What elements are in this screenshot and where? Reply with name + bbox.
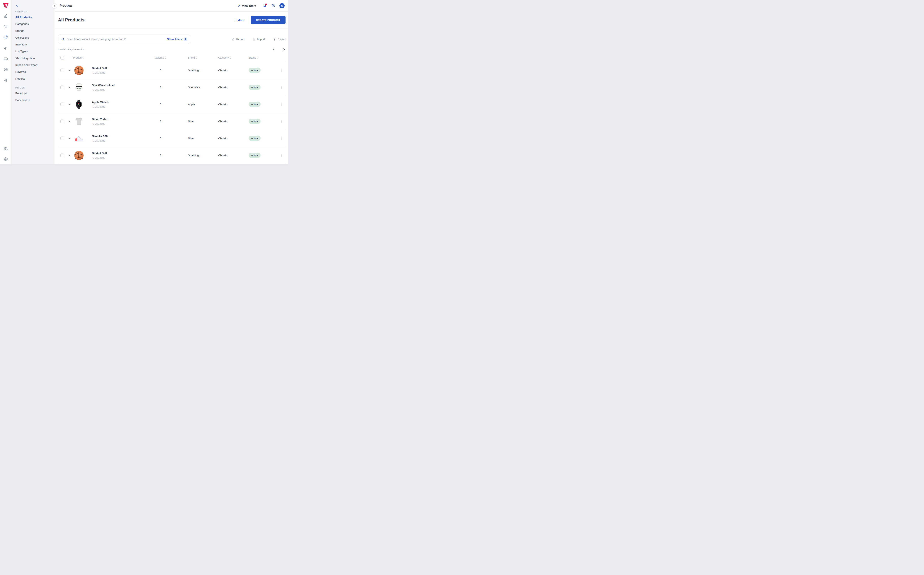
sidebar-item-reports[interactable]: Reports <box>12 75 54 82</box>
select-all-checkbox[interactable] <box>60 56 64 59</box>
column-header-product[interactable]: Product <box>72 56 90 59</box>
import-label: Import <box>257 38 265 41</box>
monitor-play-icon[interactable] <box>3 57 8 61</box>
brand-logo[interactable] <box>2 2 9 9</box>
sidebar-collapse-button[interactable] <box>52 3 57 8</box>
row-expand-chevron-icon[interactable] <box>68 154 70 157</box>
package-icon[interactable] <box>3 67 8 72</box>
next-page-button[interactable] <box>283 48 286 51</box>
sidebar-item-inventory[interactable]: Inventory <box>12 41 54 48</box>
column-header-variants[interactable]: Variants <box>149 56 171 59</box>
product-name[interactable]: Basket Ball <box>90 151 149 155</box>
create-product-button[interactable]: CREATE PRODUCT <box>251 16 286 24</box>
app-window: CATALOGAll ProductsCategoriesBrandsColle… <box>0 0 288 164</box>
gear-icon[interactable] <box>3 157 8 161</box>
row-checkbox[interactable] <box>60 68 64 72</box>
table-row: Basket BallID 38728906SpaldingClassicAct… <box>58 147 286 164</box>
variants-count: 6 <box>149 86 171 89</box>
search-icon <box>61 38 65 41</box>
table-row: Star Wars HelmetID 38728906Star WarsClas… <box>58 79 286 96</box>
sidebar-item-collections[interactable]: Collections <box>12 34 54 41</box>
row-menu-kebab-icon[interactable] <box>280 103 284 106</box>
status-badge: Active <box>249 85 260 90</box>
vertical-dots-icon <box>233 19 237 21</box>
column-header-status[interactable]: Status <box>249 56 278 59</box>
brand-cell: Apple <box>171 103 218 106</box>
row-expand-chevron-icon[interactable] <box>68 103 70 105</box>
column-header-brand[interactable]: Brand <box>171 56 218 59</box>
apps-plus-icon[interactable] <box>3 146 8 151</box>
show-filters-link[interactable]: Show filters <box>167 38 182 41</box>
bar-chart-icon[interactable] <box>3 14 8 18</box>
brand-cell: Nike <box>171 137 218 140</box>
row-expand-chevron-icon[interactable] <box>68 69 70 71</box>
sidebar-item-reviews[interactable]: Reviews <box>12 68 54 75</box>
row-checkbox[interactable] <box>60 154 64 157</box>
export-button[interactable]: Export <box>273 38 286 41</box>
product-id: ID 3872890 <box>90 71 149 74</box>
column-header-category[interactable]: Category <box>218 56 249 59</box>
row-checkbox[interactable] <box>60 86 64 89</box>
row-checkbox[interactable] <box>60 137 64 140</box>
more-label: More <box>238 19 244 22</box>
notifications-bell-icon[interactable] <box>262 3 267 8</box>
more-button[interactable]: More <box>233 19 244 22</box>
product-image-tshirt <box>74 116 84 127</box>
page-title: All Products <box>58 17 85 22</box>
sidebar-back-icon[interactable] <box>15 4 19 7</box>
product-name[interactable]: Apple Watch <box>90 100 149 104</box>
sidebar-item-categories[interactable]: Categories <box>12 21 54 27</box>
sidebar-item-price-rules[interactable]: Price Rules <box>12 97 54 103</box>
megaphone-icon[interactable] <box>3 46 8 50</box>
cart-icon[interactable] <box>3 24 8 29</box>
view-store-label: View Store <box>242 4 256 7</box>
help-icon[interactable] <box>271 3 276 8</box>
sidebar-item-list-types[interactable]: List Types <box>12 48 54 55</box>
icon-rail <box>0 0 12 164</box>
view-store-button[interactable]: View Store <box>238 4 256 7</box>
variants-count: 6 <box>149 154 171 157</box>
download-icon <box>252 38 256 41</box>
brand-cell: Star Wars <box>171 86 218 89</box>
search-box: Show filters 1 <box>58 35 190 44</box>
sidebar-item-xml-integration[interactable]: XML Integration <box>12 55 54 62</box>
row-checkbox[interactable] <box>60 103 64 106</box>
product-image-basketball <box>74 65 84 76</box>
product-name[interactable]: Basic T-shirt <box>90 118 149 121</box>
table-row: Nike Air 320ID 38728906NikeClassicActive <box>58 130 286 147</box>
row-menu-kebab-icon[interactable] <box>280 86 284 89</box>
row-expand-chevron-icon[interactable] <box>68 120 70 122</box>
sidebar-item-brands[interactable]: Brands <box>12 27 54 34</box>
share-network-icon[interactable] <box>3 78 8 83</box>
row-expand-chevron-icon[interactable] <box>68 137 70 140</box>
row-menu-kebab-icon[interactable] <box>280 69 284 72</box>
row-menu-kebab-icon[interactable] <box>280 154 284 157</box>
product-name[interactable]: Basket Ball <box>90 67 149 70</box>
search-input[interactable] <box>67 38 167 41</box>
import-button[interactable]: Import <box>252 38 265 41</box>
tag-icon[interactable] <box>3 35 8 40</box>
row-checkbox[interactable] <box>60 119 64 123</box>
row-menu-kebab-icon[interactable] <box>280 137 284 140</box>
row-expand-chevron-icon[interactable] <box>68 86 70 89</box>
sidebar-item-all-products[interactable]: All Products <box>12 14 54 21</box>
user-avatar[interactable]: G <box>279 3 284 8</box>
brand-cell: Spalding <box>171 154 218 157</box>
brand-cell: Nike <box>171 120 218 123</box>
prev-page-button[interactable] <box>272 48 275 51</box>
product-id: ID 3872890 <box>90 122 149 125</box>
sidebar-section-title: PRICES <box>15 86 54 89</box>
variants-count: 6 <box>149 137 171 140</box>
status-badge: Active <box>249 136 260 141</box>
sidebar-item-import-and-export[interactable]: Import and Export <box>12 62 54 68</box>
category-cell: Classic <box>218 154 249 157</box>
sidebar-item-price-list[interactable]: Price List <box>12 90 54 97</box>
products-table: ProductVariantsBrandCategoryStatus Baske… <box>54 51 288 164</box>
report-button[interactable]: Report <box>231 38 244 41</box>
product-name[interactable]: Star Wars Helmet <box>90 84 149 87</box>
row-menu-kebab-icon[interactable] <box>280 120 284 123</box>
product-image-sneaker <box>74 133 84 144</box>
product-image-watch <box>74 99 84 110</box>
brand-cell: Spalding <box>171 69 218 72</box>
product-name[interactable]: Nike Air 320 <box>90 135 149 138</box>
